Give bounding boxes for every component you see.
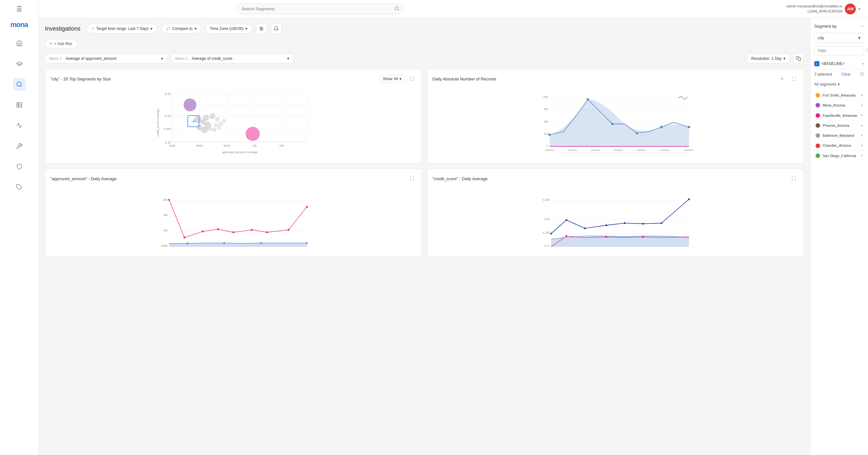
timezone-chevron-icon: ▾ bbox=[245, 26, 247, 31]
svg-text:12k: 12k bbox=[252, 144, 257, 147]
svg-point-98 bbox=[232, 231, 235, 233]
metric2-select[interactable]: Metric 2 Average of credit_score ▾ bbox=[171, 54, 293, 63]
segment-list-item[interactable]: Chandler_Arizona ▾ bbox=[814, 141, 864, 151]
target-label: Target time range bbox=[96, 26, 126, 31]
approved-amount-controls bbox=[407, 174, 416, 183]
settings-icon-button[interactable] bbox=[256, 23, 267, 34]
bell-icon-button[interactable] bbox=[271, 23, 282, 34]
svg-point-15 bbox=[260, 27, 261, 28]
segment-list-item[interactable]: San Diego_California ▾ bbox=[814, 151, 864, 161]
baseline-checkbox[interactable] bbox=[814, 61, 819, 66]
segment-name: Mesa_Arizona bbox=[823, 103, 858, 108]
svg-point-101 bbox=[287, 229, 289, 231]
add-filter-button[interactable]: + + Add filter bbox=[45, 39, 77, 48]
svg-point-104 bbox=[223, 242, 225, 244]
scatter-expand-icon[interactable] bbox=[407, 74, 416, 83]
target-time-range-button[interactable]: Target time range Last 7 Days ▾ bbox=[87, 24, 157, 33]
segment-filter-input[interactable] bbox=[814, 46, 864, 55]
sidebar-item-reports[interactable] bbox=[13, 98, 26, 111]
segment-item-chevron-icon: ▾ bbox=[861, 153, 863, 158]
segment-dot-icon bbox=[815, 133, 820, 138]
filter-search-icon[interactable] bbox=[860, 72, 864, 77]
svg-point-126 bbox=[867, 49, 868, 52]
all-segments-label: All segments bbox=[814, 82, 836, 87]
search-input[interactable] bbox=[236, 4, 403, 14]
svg-point-7 bbox=[395, 6, 399, 10]
credit-score-expand-icon[interactable] bbox=[789, 174, 798, 183]
svg-text:24k: 24k bbox=[163, 198, 168, 202]
svg-text:0.255: 0.255 bbox=[542, 231, 550, 234]
svg-point-16 bbox=[262, 28, 263, 29]
svg-point-0 bbox=[17, 82, 21, 86]
scatter-chart-header: "city" - 20 Top Segments by Size Show Al… bbox=[51, 74, 416, 83]
segment-by-dropdown[interactable]: city ▾ bbox=[814, 33, 864, 43]
svg-text:0.35: 0.35 bbox=[165, 92, 171, 96]
user-email-text: admin-monasandbox@monalabs.io bbox=[787, 4, 842, 9]
svg-point-10 bbox=[169, 27, 170, 28]
menu-icon[interactable]: ☰ bbox=[17, 5, 22, 13]
svg-text:0: 0 bbox=[547, 145, 548, 148]
topbar: admin-monasandbox@monalabs.io LOAN_APPLI… bbox=[39, 0, 868, 18]
svg-point-105 bbox=[260, 242, 262, 244]
daily-records-header: Daily Absolute Number of Records bbox=[433, 74, 799, 83]
metric1-value: Average of approved_amount bbox=[66, 56, 159, 61]
compare-to-button[interactable]: Compare to ▾ bbox=[161, 24, 201, 33]
show-all-select[interactable]: Show All ▾ bbox=[379, 75, 405, 83]
segment-list-item[interactable]: Fayetteville_Arkansas ▾ bbox=[814, 111, 864, 121]
selected-info: 3 selected Clear bbox=[814, 69, 864, 80]
daily-records-expand-icon[interactable] bbox=[789, 74, 798, 83]
target-value: Last 7 Days bbox=[128, 26, 148, 31]
approved-amount-expand-icon[interactable] bbox=[407, 174, 416, 183]
sidebar-item-shield[interactable] bbox=[13, 160, 26, 173]
credit-score-title: "credit_score" - Daily Average bbox=[433, 176, 488, 181]
metric1-select[interactable]: Metric 1 Average of approved_amount ▾ bbox=[45, 54, 167, 63]
segment-list-item[interactable]: Phoenix_Arizona ▾ bbox=[814, 121, 864, 131]
metric1-label: Metric 1 bbox=[49, 57, 62, 60]
resolution-value: 1 Day bbox=[772, 56, 781, 61]
segment-item-chevron-icon: ▾ bbox=[861, 133, 863, 138]
segment-filter-field[interactable] bbox=[818, 49, 866, 53]
daily-records-title: Daily Absolute Number of Records bbox=[433, 77, 497, 82]
svg-point-58 bbox=[212, 127, 216, 132]
sidebar-item-compare[interactable] bbox=[13, 119, 26, 132]
sidebar-item-home[interactable] bbox=[13, 37, 26, 50]
all-segments-toggle[interactable]: All segments ▾ bbox=[814, 81, 864, 88]
timezone-button[interactable]: Time Zone (±00:00) ▾ bbox=[205, 24, 252, 33]
copy-icon-button[interactable] bbox=[794, 53, 804, 64]
resolution-chevron-icon: ▾ bbox=[783, 56, 785, 61]
user-chevron-icon[interactable]: ▾ bbox=[858, 7, 860, 11]
svg-text:25/04/21: 25/04/21 bbox=[614, 149, 623, 152]
sidebar-item-tag[interactable] bbox=[13, 181, 26, 194]
sidebar-item-investigate[interactable] bbox=[13, 78, 26, 91]
daily-records-extra-icon[interactable] bbox=[778, 74, 787, 83]
avatar[interactable]: AM bbox=[845, 4, 856, 14]
segment-dot-icon bbox=[815, 103, 820, 108]
svg-text:0.34: 0.34 bbox=[544, 217, 550, 221]
resolution-label: Resolution bbox=[751, 56, 770, 61]
credit-score-chart-area: 0.17 0.255 0.34 0.425 bbox=[433, 187, 799, 251]
more-options-icon[interactable]: ··· bbox=[860, 23, 864, 29]
resolution-select[interactable]: Resolution 1 Day ▾ bbox=[747, 54, 789, 63]
baseline-chevron-icon: ▾ bbox=[862, 62, 864, 66]
svg-text:6000: 6000 bbox=[161, 244, 167, 247]
svg-point-95 bbox=[184, 237, 186, 238]
clear-button[interactable]: Clear bbox=[841, 72, 850, 77]
svg-point-53 bbox=[215, 117, 220, 122]
svg-text:0.15: 0.15 bbox=[165, 141, 171, 144]
segment-list-item[interactable]: Fort Smith_Arkansas ▾ bbox=[814, 90, 864, 100]
sidebar-item-tools[interactable] bbox=[13, 140, 26, 153]
segment-dropdown-chevron-icon: ▾ bbox=[858, 35, 861, 40]
svg-text:150: 150 bbox=[543, 132, 548, 135]
svg-point-117 bbox=[584, 228, 586, 230]
segment-list-item[interactable]: Mesa_Arizona ▾ bbox=[814, 100, 864, 110]
svg-rect-18 bbox=[798, 58, 801, 61]
segment-dot-icon bbox=[815, 93, 820, 97]
scatter-chart-controls: Show All ▾ bbox=[379, 74, 416, 83]
segment-list-item[interactable]: Baltimore_Maryland ▾ bbox=[814, 131, 864, 141]
svg-point-118 bbox=[605, 224, 607, 226]
svg-point-54 bbox=[218, 122, 223, 126]
svg-point-94 bbox=[168, 199, 170, 201]
svg-point-44 bbox=[210, 113, 215, 119]
svg-point-96 bbox=[202, 231, 204, 232]
sidebar-item-learn[interactable] bbox=[13, 57, 26, 70]
